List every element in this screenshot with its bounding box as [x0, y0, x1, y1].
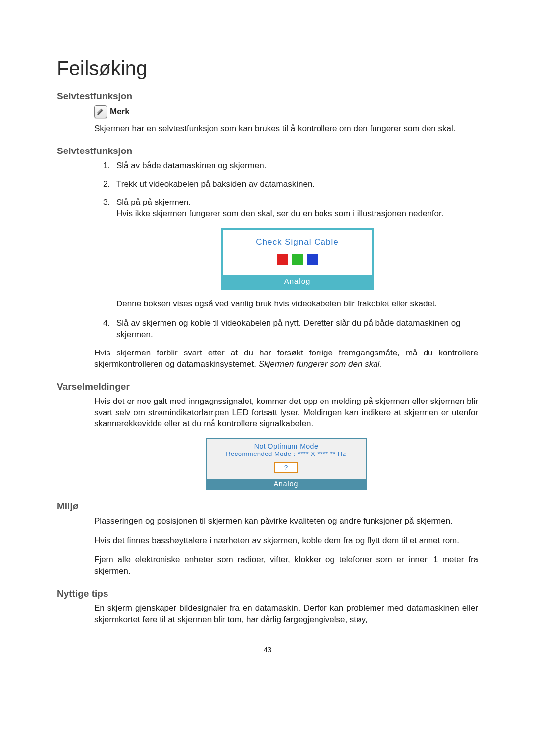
note-row: Merk: [94, 105, 478, 118]
step-1-text: Slå av både datamaskinen og skjermen.: [116, 161, 266, 170]
section-selftest-b: Selvtestfunksjon: [57, 146, 478, 156]
osd1-bar: Analog: [223, 275, 372, 288]
section-warnings: Varselmeldinger: [57, 381, 478, 392]
note-label: Merk: [110, 107, 130, 117]
osd2-line2: Recommended Mode : **** X **** ** Hz: [211, 450, 362, 457]
osd-check-signal: Check Signal Cable Analog: [221, 228, 374, 290]
section-tips: Nyttige tips: [57, 588, 478, 599]
section-env: Miljø: [57, 501, 478, 512]
document-page: Feilsøking Selvtestfunksjon Merk Skjerme…: [0, 0, 535, 756]
step-4-text: Slå av skjermen og koble til videokabele…: [116, 318, 461, 339]
page-title: Feilsøking: [57, 57, 478, 80]
step-3-sub: Hvis ikke skjermen fungerer som den skal…: [116, 208, 478, 220]
top-rule: [57, 35, 478, 35]
step-4: Slå av skjermen og koble til videokabele…: [112, 318, 478, 341]
note-icon: [94, 105, 107, 118]
steps-list: Slå av både datamaskinen og skjermen. Tr…: [57, 160, 478, 341]
step-2: Trekk ut videokabelen på baksiden av dat…: [112, 179, 478, 190]
bottom-rule: [57, 641, 478, 641]
selftest-outro: Hvis skjermen forblir svart etter at du …: [94, 348, 478, 370]
step-3-text: Slå på på skjermen.: [116, 198, 191, 207]
osd2-button: ?: [274, 462, 298, 473]
page-number: 43: [57, 645, 478, 654]
env-p2: Hvis det finnes basshøyttalere i nærhete…: [94, 535, 478, 547]
selftest-outro-italic: Skjermen fungerer som den skal.: [259, 359, 382, 369]
note-block: Merk Skjermen har en selvtestfunksjon so…: [94, 105, 478, 135]
osd1-square-green: [292, 254, 303, 265]
osd1-colors: [223, 254, 372, 265]
osd1-title: Check Signal Cable: [223, 237, 372, 248]
osd2-bar: Analog: [207, 479, 366, 489]
osd1-square-blue: [307, 254, 318, 265]
env-p1: Plasseringen og posisjonen til skjermen …: [94, 516, 478, 527]
osd1-square-red: [277, 254, 288, 265]
step-1: Slå av både datamaskinen og skjermen.: [112, 160, 478, 172]
selftest-outro-text: Hvis skjermen forblir svart etter at du …: [94, 348, 478, 370]
step-3: Slå på på skjermen. Hvis ikke skjermen f…: [112, 197, 478, 310]
step-2-text: Trekk ut videokabelen på baksiden av dat…: [116, 179, 315, 189]
section-selftest-a: Selvtestfunksjon: [57, 91, 478, 101]
step-3-after: Denne boksen vises også ved vanlig bruk …: [116, 299, 478, 310]
osd-not-optimum: Not Optimum Mode Recommended Mode : ****…: [206, 438, 367, 490]
osd-check-signal-wrap: Check Signal Cable Analog: [116, 228, 478, 290]
tips-p1: En skjerm gjenskaper bildesignaler fra e…: [94, 603, 478, 626]
osd-not-optimum-wrap: Not Optimum Mode Recommended Mode : ****…: [94, 438, 478, 490]
env-p3: Fjern alle elektroniske enheter som radi…: [94, 554, 478, 577]
selftest-intro: Skjermen har en selvtestfunksjon som kan…: [94, 123, 478, 135]
osd2-line1: Not Optimum Mode: [211, 442, 362, 450]
warnings-body: Hvis det er noe galt med inngagnssignale…: [94, 396, 478, 430]
